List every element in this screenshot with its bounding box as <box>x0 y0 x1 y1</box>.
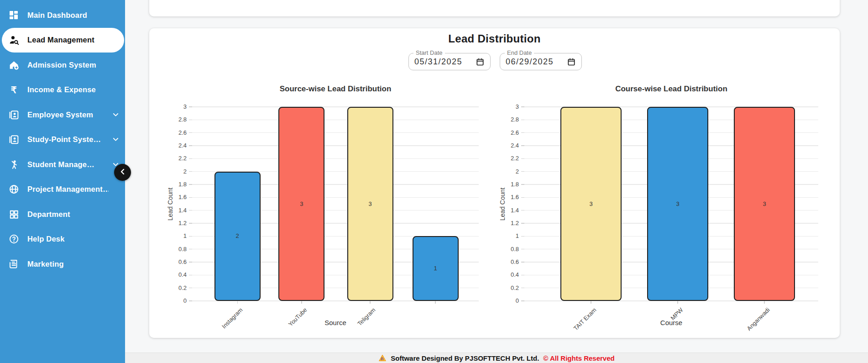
x-tick-mark <box>237 301 238 304</box>
chart-title: Course-wise Lead Distribution <box>524 84 818 94</box>
bar-value-label: 3 <box>669 200 687 207</box>
pjsofttech-logo-icon <box>378 354 387 362</box>
sidebar-item-main-dashboard[interactable]: Main Dashboard <box>2 3 124 28</box>
y-tick-mark <box>521 197 524 198</box>
y-tick-label: 3 <box>498 103 519 110</box>
y-tick-mark <box>189 210 192 211</box>
grid-icon <box>7 208 20 221</box>
y-tick-label: 0 <box>498 297 519 305</box>
y-tick-label: 0.2 <box>498 284 519 292</box>
start-date-label: Start Date <box>413 49 445 56</box>
y-tick-mark <box>189 171 192 172</box>
y-tick-mark <box>521 210 524 211</box>
end-date-field[interactable]: End Date 06/29/2025 <box>500 53 582 70</box>
y-tick-label: 2.6 <box>166 129 187 137</box>
gridline <box>192 145 479 146</box>
y-axis-label: Lead Count <box>499 181 507 227</box>
x-tick-mark <box>677 301 678 304</box>
y-tick-mark <box>521 106 524 107</box>
lead-distribution-card: Lead Distribution Start Date 05/31/2025 … <box>149 28 840 338</box>
y-tick-mark <box>521 171 524 172</box>
bar-value-label: 1 <box>426 265 444 272</box>
x-tick-mark <box>301 301 302 304</box>
sidebar-item-label: Student Manage… <box>27 160 94 169</box>
news-icon <box>7 258 20 270</box>
gridline <box>192 120 479 121</box>
x-tick-mark <box>764 301 765 304</box>
x-tick-label: Anganwadi <box>727 306 771 350</box>
course-wise-chart: Course-wise Lead Distribution00.20.40.60… <box>492 73 827 335</box>
y-tick-mark <box>189 197 192 198</box>
y-tick-mark <box>521 262 524 263</box>
sidebar-item-label: Project Management… <box>27 185 109 194</box>
chart-title: Source-wise Lead Distribution <box>192 84 479 94</box>
sidebar-item-label: Main Dashboard <box>27 11 87 20</box>
sidebar-collapse-button[interactable] <box>114 164 131 181</box>
sidebar-item-study-point-syste[interactable]: Study-Point Syste… <box>2 127 124 153</box>
footer-rights: © All Rights Reserved <box>543 354 614 362</box>
y-tick-mark <box>521 184 524 185</box>
sidebar-item-project-management[interactable]: Project Management… <box>2 177 124 202</box>
sidebar-item-label: Help Desk <box>27 235 65 243</box>
y-tick-mark <box>521 132 524 133</box>
calendar-icon[interactable] <box>476 57 485 66</box>
bar-value-label: 3 <box>582 200 600 207</box>
y-tick-label: 1 <box>498 232 519 240</box>
source-wise-chart: Source-wise Lead Distribution00.20.40.60… <box>160 73 488 335</box>
y-tick-mark <box>521 120 524 121</box>
sidebar-item-help-desk[interactable]: Help Desk <box>2 227 124 252</box>
y-tick-mark <box>521 236 524 237</box>
y-tick-mark <box>521 249 524 250</box>
y-tick-mark <box>189 262 192 263</box>
sidebar-item-marketing[interactable]: Marketing <box>2 252 124 277</box>
x-tick-label: Instagram <box>200 306 244 350</box>
dashboard-icon <box>7 9 20 21</box>
sidebar-item-student-manage[interactable]: Student Manage… <box>2 152 124 177</box>
x-tick-label: TAIT Exam <box>554 306 597 350</box>
y-tick-label: 0 <box>166 297 187 305</box>
end-date-label: End Date <box>505 49 534 56</box>
top-card-partial <box>149 0 840 16</box>
y-tick-mark <box>189 184 192 185</box>
start-date-field[interactable]: Start Date 05/31/2025 <box>408 53 491 70</box>
x-axis-label: Course <box>524 319 818 327</box>
footer-text: Software Designed By PJSOFTTECH Pvt. Ltd… <box>391 354 539 362</box>
y-tick-mark <box>521 223 524 224</box>
rupee-icon: ₹ <box>7 84 20 96</box>
y-tick-label: 0.6 <box>498 258 519 266</box>
id-card-icon <box>7 108 20 121</box>
sidebar-item-label: Department <box>27 210 70 219</box>
x-tick-mark <box>591 301 591 304</box>
y-tick-mark <box>521 158 524 159</box>
y-tick-mark <box>189 288 192 289</box>
gridline <box>192 106 479 107</box>
y-tick-label: 0.8 <box>498 246 519 253</box>
sidebar-menu: Main DashboardLead ManagementAdmission S… <box>0 0 125 277</box>
person-search-icon <box>7 34 20 47</box>
sidebar-item-admission-system[interactable]: Admission System <box>2 53 124 78</box>
sidebar-item-label: Employee System <box>27 110 93 119</box>
y-tick-mark <box>189 132 192 133</box>
x-tick-label: Teligram <box>333 306 376 350</box>
sidebar-item-income-expense[interactable]: ₹Income & Expense <box>2 78 124 103</box>
page-title: Lead Distribution <box>149 32 840 45</box>
x-axis-label: Source <box>192 319 479 327</box>
y-tick-label: 2.8 <box>498 116 519 123</box>
sidebar-item-employee-system[interactable]: Employee System <box>2 102 124 127</box>
bar-value-label: 2 <box>228 232 246 239</box>
calendar-icon[interactable] <box>567 57 576 66</box>
y-tick-label: 3 <box>166 103 187 110</box>
y-tick-label: 2 <box>166 168 187 175</box>
x-tick-mark <box>435 301 436 304</box>
chevron-down-icon <box>112 111 120 119</box>
y-tick-label: 2.2 <box>166 155 187 162</box>
sidebar-item-lead-management[interactable]: Lead Management <box>2 28 124 53</box>
gridline <box>192 132 479 133</box>
chevron-left-icon <box>118 167 127 178</box>
x-tick-label: MPW <box>641 306 684 350</box>
end-date-value: 06/29/2025 <box>506 57 554 67</box>
y-tick-mark <box>189 223 192 224</box>
sidebar-item-label: Income & Expense <box>27 85 96 94</box>
y-tick-mark <box>189 249 192 250</box>
sidebar-item-department[interactable]: Department <box>2 202 124 227</box>
